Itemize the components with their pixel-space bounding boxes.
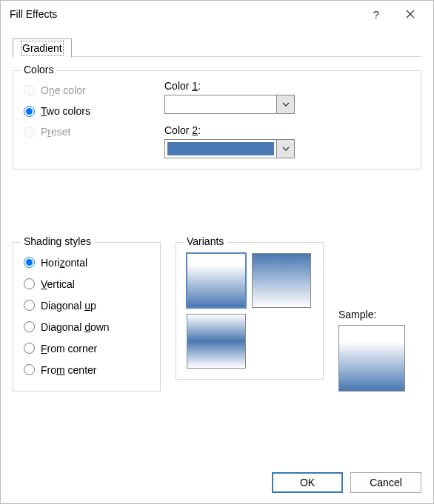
dialog-buttons: OK Cancel [13, 462, 421, 493]
tabstrip: Gradient [13, 36, 421, 57]
radio-one-color: One color [24, 80, 142, 101]
variants-group: Variants [176, 242, 324, 380]
cancel-button[interactable]: Cancel [350, 472, 421, 493]
radio-vertical-input[interactable] [24, 278, 35, 289]
color2-label: Color 2: [164, 124, 410, 136]
radio-from-corner-label: From corner [41, 343, 97, 355]
titlebar: Fill Effects ? [1, 1, 433, 27]
radio-horizontal-label: Horizontal [41, 257, 87, 269]
radio-diagonal-down-input[interactable] [24, 321, 35, 332]
radio-from-corner[interactable]: From corner [24, 337, 150, 359]
radio-one-color-input [24, 85, 35, 96]
radio-two-colors-label: Two colors [41, 105, 90, 117]
variant-3[interactable] [187, 314, 246, 369]
color1-chevron [276, 95, 294, 113]
radio-from-center-label: From center [41, 364, 96, 376]
color2-swatch [167, 142, 274, 155]
shading-styles-group: Shading styles Horizontal Vertical Diago… [13, 242, 161, 392]
colors-group: Colors One color Two colors Preset [13, 70, 421, 169]
radio-preset-label: Preset [41, 126, 70, 138]
radio-diagonal-up-input[interactable] [24, 300, 35, 311]
radio-one-color-label: One color [41, 84, 86, 96]
radio-vertical[interactable]: Vertical [24, 273, 150, 295]
color1-dropdown[interactable] [164, 95, 295, 114]
sample-label: Sample: [338, 309, 405, 320]
help-button[interactable]: ? [359, 3, 393, 25]
radio-from-center[interactable]: From center [24, 359, 150, 380]
color1-label: Color 1: [164, 80, 410, 92]
color2-chevron [276, 140, 294, 158]
radio-vertical-label: Vertical [41, 278, 75, 290]
variant-1[interactable] [187, 253, 246, 308]
radio-horizontal-input[interactable] [24, 257, 35, 268]
variant-2[interactable] [252, 253, 311, 308]
radio-diagonal-down[interactable]: Diagonal down [24, 316, 150, 337]
colors-group-label: Colors [21, 64, 56, 75]
color2-dropdown[interactable] [164, 139, 295, 158]
chevron-down-icon [282, 147, 290, 151]
radio-from-center-input[interactable] [24, 364, 35, 375]
shading-styles-label: Shading styles [21, 235, 94, 247]
radio-two-colors-input[interactable] [24, 106, 35, 117]
sample-section: Sample: [338, 235, 405, 392]
radio-diagonal-up-label: Diagonal up [41, 300, 96, 312]
tab-gradient[interactable]: Gradient [13, 38, 72, 58]
radio-from-corner-input[interactable] [24, 343, 35, 354]
radio-two-colors[interactable]: Two colors [24, 101, 142, 121]
sample-preview [338, 325, 405, 392]
variants-label: Variants [184, 235, 227, 247]
color1-swatch [167, 98, 274, 111]
radio-horizontal[interactable]: Horizontal [24, 252, 150, 273]
radio-preset: Preset [24, 121, 142, 142]
chevron-down-icon [282, 102, 290, 107]
close-icon [406, 10, 415, 19]
radio-diagonal-down-label: Diagonal down [41, 321, 110, 333]
ok-button[interactable]: OK [272, 472, 343, 493]
dialog-title: Fill Effects [10, 8, 359, 20]
fill-effects-dialog: Fill Effects ? Gradient Colors One color [0, 0, 434, 504]
close-button[interactable] [393, 3, 427, 25]
radio-preset-input [24, 127, 35, 138]
radio-diagonal-up[interactable]: Diagonal up [24, 295, 150, 316]
